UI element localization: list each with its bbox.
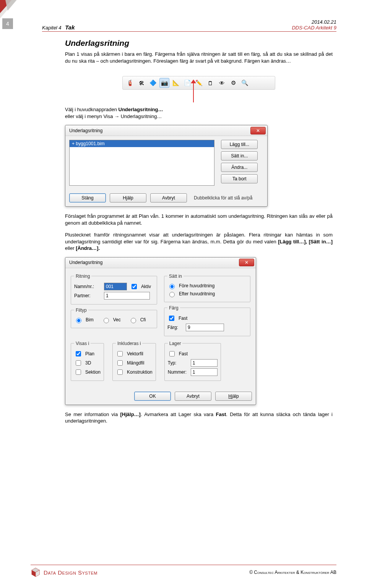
konstruktion-checkbox[interactable] [117,369,123,375]
file-listbox[interactable]: + bygg1001.bim [69,140,214,186]
vektorfil-checkbox[interactable] [117,351,123,356]
aktiv-checkbox[interactable] [132,284,137,289]
paragraph-1: Plan 1 visas på skärmen i bara en färg. … [65,51,333,64]
page-footer: Data Design System © Consultec Arkitekte… [31,565,336,577]
cfi-radio[interactable] [131,318,136,323]
vektorfil-label: Vektorfil [127,351,143,356]
toolbar-icon: 🛠 [136,78,146,88]
group-legend: Filtyp [74,308,88,313]
visas-group: Visas i Plan 3D Sektion [71,341,104,381]
filtyp-group: Filtyp Bim Vec Cfi [71,308,157,328]
lager-fast-checkbox[interactable] [169,351,175,356]
close-button[interactable]: ✕ [239,259,254,266]
avbryt-button[interactable]: Avbryt [150,193,187,202]
toolbar-icon: 🧯 [125,78,135,88]
toolbar-icon: 🔷 [148,78,158,88]
paragraph-4: Plustecknet framför ritningsnamnet visar… [65,232,333,252]
lager-fast-label: Fast [179,351,188,356]
callout-arrow-head [191,79,196,83]
farg-fast-label: Fast [179,316,187,321]
vec-label: Vec [113,317,121,322]
aktiv-label: Aktiv [141,284,151,289]
toolbar-icon: 🔍 [240,78,250,88]
inkluderas-group: Inkluderas i Vektorfil Mängdfil Konstruk… [112,341,156,381]
sattin-group: Sätt in Före huvudritning Efter huvudrit… [164,274,250,302]
plan-checkbox[interactable] [76,351,81,356]
partner-label: Partner: [74,293,101,298]
paragraph-5: Se mer information via [Hjälp…]. Avmarke… [65,411,333,424]
cfi-label: Cfi [140,317,146,322]
3d-checkbox[interactable] [76,360,81,366]
footer-brand: Data Design System [44,569,97,576]
group-legend: Ritning [74,274,91,279]
paragraph-3: Förslaget från programmet är att Plan vå… [65,213,333,226]
konstruktion-label: Konstruktion [127,369,153,375]
page-header: Kapitel 4 Tak 2014.02.21 DDS-CAD Arkitek… [42,19,336,32]
dds-logo-icon [31,567,41,577]
plan-label: Plan [85,351,94,356]
andra-button[interactable]: Ändra... [221,163,258,172]
toolbar-icon: ⚙ [228,78,238,88]
namn-input[interactable] [104,283,127,290]
footer-copyright: © Consultec Arkitekter & Konstruktörer A… [249,570,336,575]
group-legend: Lager [168,341,183,346]
dialog-title: Underlagsritning [69,260,102,265]
nummer-label: Nummer: [168,369,188,375]
farg-fast-checkbox[interactable] [169,316,174,321]
footer-hint: Dubbelklicka för att slå av/på [194,195,252,201]
sektion-checkbox[interactable] [76,369,81,375]
hjalp-button[interactable]: Hjälp [110,193,146,202]
ritning-group: Ritning Namn/nr.: Aktiv Partner: [71,274,157,305]
bim-label: Bim [86,317,94,322]
section-heading: Underlagsritning [65,39,333,48]
chapter-label: Kapitel 4 [42,25,62,31]
ta-bort-button[interactable]: Ta bort [221,174,258,183]
efter-label: Efter huvudritning [179,291,215,296]
fore-label: Före huvudritning [179,283,214,288]
partner-input[interactable] [104,292,150,300]
farg-label: Färg: [167,325,183,330]
list-item-selected[interactable]: + bygg1001.bim [70,140,214,147]
avbryt-button[interactable]: Avbryt [175,392,211,401]
ok-button[interactable]: OK [134,392,171,401]
hjalp-button[interactable]: Hjälp [215,392,252,401]
satt-in-button[interactable]: Sätt in... [221,151,258,160]
stang-button[interactable]: Stäng [69,193,106,202]
vec-radio[interactable] [104,318,109,323]
lagg-till-button[interactable]: Lägg till... [221,140,258,149]
mangdfil-checkbox[interactable] [117,360,123,366]
paragraph-2: Välj i huvudknappraden Underlagsritning…… [65,106,333,120]
namn-label: Namn/nr.: [74,284,101,289]
mangdfil-label: Mängdfil [127,360,144,366]
group-legend: Sätt in [167,274,184,279]
farg-group: Färg Fast Färg: [164,305,250,336]
3d-label: 3D [85,360,91,366]
typ-input[interactable] [191,359,218,367]
nummer-input[interactable] [191,368,218,376]
header-product: DDS-CAD Arkitekt 9 [292,25,336,31]
farg-input[interactable] [186,324,224,331]
callout-arrow [193,83,194,102]
dialog-title: Underlagsritning [69,128,102,133]
header-date: 2014.02.21 [292,19,336,25]
chapter-title: Tak [65,24,75,31]
efter-radio[interactable] [169,292,175,297]
underlagsritning-settings-dialog: Underlagsritning ✕ Ritning Namn/nr.: Akt… [65,257,256,405]
group-legend: Färg [167,305,180,311]
fore-radio[interactable] [169,284,175,289]
typ-label: Typ: [168,360,188,366]
toolbar-icon: 🗒 [205,78,215,88]
sektion-label: Sektion [85,369,101,375]
close-button[interactable]: ✕ [250,127,266,134]
group-legend: Inkluderas i [116,341,142,346]
toolbar-icon-selected: 📷 [159,78,169,88]
underlagsritning-list-dialog: Underlagsritning ✕ + bygg1001.bim Lägg t… [65,125,268,207]
toolbar-icon: 📐 [171,78,181,88]
page-number-badge: 4 [2,18,13,29]
toolbar-icon: 👁 [217,78,227,88]
bim-radio[interactable] [76,318,81,323]
lager-group: Lager Fast Typ: Nummer: [164,341,221,381]
toolbar-screenshot: 🧯 🛠 🔷 📷 📐 📄 ✏️ 🗒 👁 ⚙ 🔍 [117,70,281,96]
group-legend: Visas i [74,341,91,346]
